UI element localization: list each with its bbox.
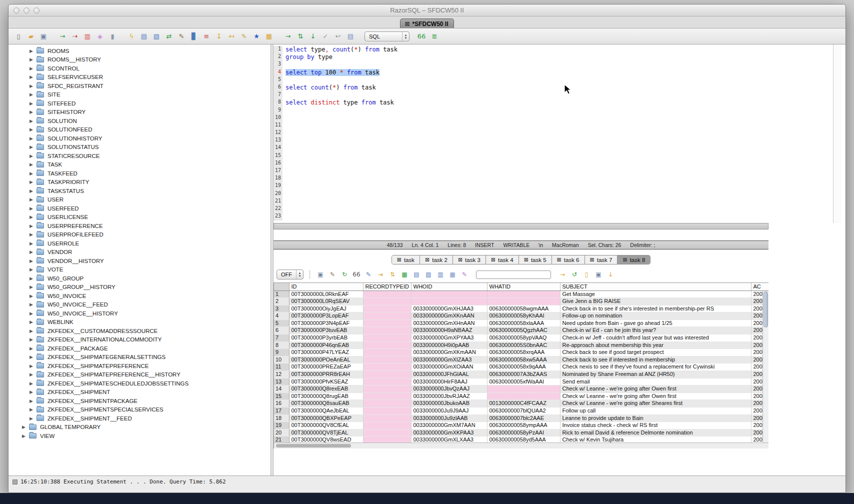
close-tab-icon[interactable]: ⊠ (590, 256, 594, 263)
execute-sql-icon[interactable]: ϟ (126, 32, 136, 42)
document-tab[interactable]: ⊠ *SFDCW50 II (400, 18, 454, 28)
cell[interactable]: 0033000000JbukoAAB (411, 400, 487, 408)
cell[interactable]: 006300000058ympAAA (487, 422, 560, 430)
tree-item[interactable]: ▶USERFEED (8, 204, 270, 213)
expand-arrow-icon[interactable]: ▶ (30, 127, 36, 132)
tree-item[interactable]: ▶ZKFEDEX__INTERNATIONALCOMMODITY (8, 336, 270, 344)
expand-arrow-icon[interactable]: ▶ (30, 250, 36, 254)
cell[interactable]: 0033000000JbvRJAAZ (411, 392, 487, 400)
results-search-input[interactable] (476, 270, 551, 279)
cell[interactable] (363, 356, 411, 364)
cell[interactable]: 0033000000Ju9zlAAB (411, 414, 487, 422)
expand-arrow-icon[interactable]: ▶ (30, 232, 36, 237)
column-header[interactable]: ID (289, 283, 363, 290)
cell[interactable] (363, 327, 411, 334)
copy-connection-icon[interactable]: ▥ (82, 32, 92, 42)
line-code[interactable] (282, 144, 286, 152)
close-tab-icon[interactable]: ⊠ (397, 256, 402, 263)
close-tab-icon[interactable]: ⊠ (557, 256, 562, 263)
cell[interactable]: 0033000000GmXKPAA3 (411, 429, 487, 436)
save-grid-icon[interactable]: ▣ (594, 270, 603, 279)
expand-arrow-icon[interactable]: ▶ (30, 224, 36, 228)
cell[interactable]: 0033000000JbvQzAAJ (411, 386, 487, 393)
line-code[interactable] (282, 182, 286, 190)
cell[interactable] (487, 392, 560, 400)
stepper-icon[interactable]: ▲▼ (402, 32, 409, 41)
stepper-icon[interactable]: ▲▼ (296, 270, 303, 279)
line-code[interactable] (282, 76, 286, 84)
page-view-icon[interactable]: ▧ (424, 270, 433, 279)
cell[interactable]: Check-in w/ Ed - can he join this year? (560, 327, 751, 334)
table-row[interactable]: 1500T3000000Q8rugEAB0033000000JbvRJAAZCh… (274, 392, 768, 400)
cell[interactable]: 0033000000H9i0pAAB (411, 342, 487, 349)
download-icon[interactable]: ↓ (606, 270, 615, 279)
cell[interactable] (487, 290, 560, 298)
cell[interactable]: Re-approach about membership this year (560, 342, 751, 349)
cell[interactable]: 00T3000000P3N4pEAF (289, 320, 363, 327)
expand-arrow-icon[interactable]: ▶ (30, 416, 36, 421)
tree-item[interactable]: ▶GLOBAL TEMPORARY (8, 423, 270, 432)
fetch-down-icon[interactable]: ↓ (308, 32, 318, 42)
editor-vertical-scrollbar[interactable] (833, 44, 842, 223)
cell[interactable]: 0033000000GmXKmAAN (411, 349, 487, 356)
cell[interactable]: 00T3000000POeAnEAL (289, 356, 363, 364)
cell[interactable]: 00T3000000P3LopEAF (289, 312, 363, 320)
cell[interactable]: 00630000005S0bnAAC (487, 342, 560, 349)
cell[interactable]: Check-in w/ Jeff - couldn't afford last … (560, 334, 751, 342)
editor-line[interactable]: 14 (274, 144, 846, 152)
table-row[interactable]: 1200T3000000PRR8rEAH0033000000JFhGlAAL00… (274, 371, 768, 378)
table-row[interactable]: 800T3000000P46qnEAB0033000000H9i0pAAB006… (274, 342, 768, 349)
commit-check-icon[interactable]: ✓ (320, 32, 330, 42)
column-header[interactable]: WHATID (487, 283, 560, 290)
tree-item[interactable]: ▶SITE (8, 90, 270, 100)
editor-line[interactable]: 15 (274, 152, 846, 160)
table-vertical-scrollbar[interactable] (762, 291, 768, 442)
table-row[interactable]: 1800T3000000QBXPeEAP0033000000Ju9zlAAB00… (274, 414, 768, 422)
expand-arrow-icon[interactable]: ▶ (30, 267, 36, 272)
expand-arrow-icon[interactable]: ▶ (30, 118, 36, 124)
new-note-icon[interactable]: ▯ (582, 270, 591, 279)
table-row[interactable]: 900T3000000P47LYEAZ0033000000GmXKmAAN006… (274, 349, 768, 356)
expand-arrow-icon[interactable]: ▶ (30, 57, 36, 62)
line-code[interactable]: group by type (282, 54, 332, 61)
cell[interactable]: Leanne to provide update to Bain (560, 414, 751, 422)
expand-arrow-icon[interactable]: ▶ (30, 162, 36, 167)
expand-arrow-icon[interactable]: ▶ (30, 284, 36, 290)
cell[interactable] (363, 349, 411, 356)
table-row[interactable]: 1600T3000000Q8sauEAB0033000000JbukoAAB00… (274, 400, 768, 408)
cell[interactable]: 0033000000HirF8AAJ (411, 378, 487, 386)
editor-line[interactable]: 11 (274, 122, 846, 130)
editor-line[interactable]: 17 (274, 168, 846, 175)
copy-results-icon[interactable]: ▥ (436, 270, 445, 279)
cell[interactable] (363, 320, 411, 327)
table-go-icon[interactable]: ▦ (264, 32, 274, 42)
cell[interactable]: 00T3000000QV8TjEAL (289, 429, 363, 436)
cell[interactable]: 006300000058ypVAAQ (487, 334, 560, 342)
tree-item[interactable]: ▶USERROLE (8, 239, 270, 248)
close-tab-icon[interactable]: ⊠ (524, 256, 528, 263)
expand-arrow-icon[interactable]: ▶ (30, 144, 36, 150)
line-code[interactable] (282, 190, 286, 198)
cell[interactable]: 00T3000000Q8rugEAB (289, 392, 363, 400)
editor-line[interactable]: 12 (274, 130, 846, 137)
edit-book-icon[interactable]: ✎ (176, 32, 186, 42)
results-tab[interactable]: ⊠task 4 (486, 256, 519, 264)
expand-arrow-icon[interactable]: ▶ (30, 197, 36, 202)
results-tab[interactable]: ⊠task (392, 256, 420, 264)
book-icon[interactable]: ▊ (189, 32, 199, 42)
expand-arrow-icon[interactable]: ▶ (30, 390, 36, 394)
expand-arrow-icon[interactable]: ▶ (30, 337, 36, 342)
sql-editor[interactable]: 1select type, count(*) from task2group b… (274, 44, 846, 223)
view-glasses-icon[interactable]: 66 (352, 270, 361, 279)
tree-item[interactable]: ▶ZKFEDEX__SHIPMENT (8, 388, 270, 397)
line-code[interactable] (282, 198, 286, 206)
cell[interactable]: Nominated by Shane Freeman at ANZ (HR50) (560, 371, 751, 378)
table-row[interactable]: 300T3000000OiyJgEAJ0033000000GmXHJAA3006… (274, 305, 768, 312)
expand-arrow-icon[interactable]: ▶ (30, 258, 36, 264)
cell[interactable]: Rick to email David & reference Delmonte… (560, 429, 751, 436)
cell[interactable]: 0013000000C4fFCAAZ (487, 400, 560, 408)
table-horizontal-scrollbar[interactable] (274, 442, 768, 448)
tree-item[interactable]: ▶VOTE (8, 266, 270, 274)
horizontal-scroll-thumb[interactable] (276, 444, 351, 448)
refresh-results-icon[interactable]: ↻ (340, 270, 349, 279)
